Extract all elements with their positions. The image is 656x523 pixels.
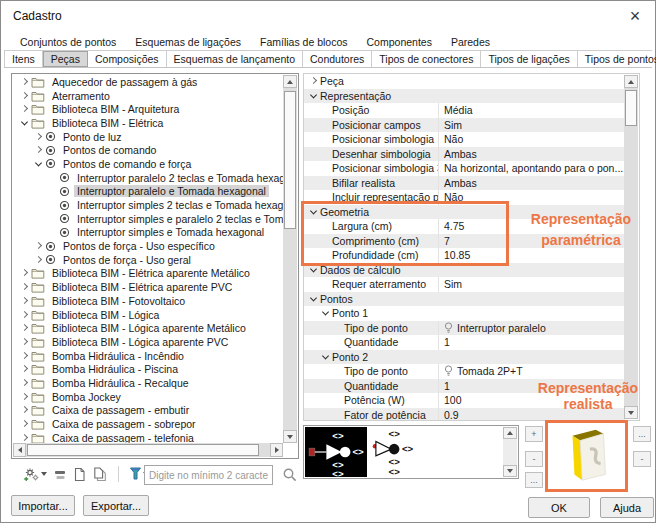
grid-chevron-icon[interactable] bbox=[320, 161, 332, 176]
grid-row-tipo-de-ponto[interactable]: Tipo de ponto Tomada 2P+T bbox=[304, 364, 625, 379]
grid-row-posicionar-simbologia-3d[interactable]: Posicionar simbologia 3D Na horizontal, … bbox=[304, 161, 625, 176]
tab-tipos-de-pontos[interactable]: Tipos de pontos bbox=[578, 51, 656, 67]
tree-chevron-icon[interactable] bbox=[47, 226, 59, 240]
tree-item-caixa-de-passagem-sobrepor[interactable]: Caixa de passagem - sobrepor bbox=[13, 417, 283, 431]
tree-item-aquecedor-de-passagem-a-gas[interactable]: Aquecedor de passagem à gás bbox=[13, 75, 283, 89]
tree-item-label[interactable]: Pontos de força - Uso específico bbox=[60, 240, 218, 252]
grid-chevron-icon[interactable] bbox=[320, 118, 332, 133]
tree-item-caixa-de-passagem-telefonia[interactable]: Caixa de passagem - telefonia bbox=[13, 431, 283, 443]
tree-chevron-icon[interactable] bbox=[33, 239, 45, 253]
grid-value-cell[interactable]: Média bbox=[438, 103, 625, 118]
tree-item-interruptor-simples-e-paralelo-2-teclas-e-tomada-hex[interactable]: Interruptor simples e paralelo 2 teclas … bbox=[13, 212, 283, 226]
grid-value-cell[interactable]: Ambas bbox=[438, 176, 625, 191]
grid-name-cell[interactable]: Potência (W) bbox=[304, 393, 438, 408]
grid-value-cell[interactable] bbox=[438, 306, 625, 321]
search-icon[interactable] bbox=[282, 467, 298, 483]
scroll-right-button[interactable] bbox=[270, 443, 283, 457]
grid-row-posicionar-simbologia[interactable]: Posicionar simbologia Não bbox=[304, 132, 625, 147]
tree-item-pontos-de-comando-e-forca[interactable]: Pontos de comando e força bbox=[13, 157, 283, 171]
symbol-scrollbar[interactable] bbox=[503, 427, 517, 477]
tree-vertical-scrollbar[interactable] bbox=[283, 75, 297, 443]
importar-button[interactable]: Importar... bbox=[11, 495, 75, 516]
tree-item-caixa-de-passagem-embutir[interactable]: Caixa de passagem - embutir bbox=[13, 404, 283, 418]
tree-chevron-icon[interactable] bbox=[47, 212, 59, 226]
grid-row-representacao[interactable]: Representação bbox=[304, 89, 625, 104]
grid-value-cell[interactable] bbox=[438, 74, 625, 89]
symbol-thumb[interactable]: <> <> <> <> bbox=[368, 427, 452, 477]
grid-name-cell[interactable]: Requer aterramento bbox=[304, 277, 438, 292]
tree-item-biblioteca-bim-logica-aparente-metalico[interactable]: Biblioteca BIM - Lógica aparente Metálic… bbox=[13, 321, 283, 335]
symbol-more-button[interactable]: ... bbox=[525, 472, 543, 488]
tree-item-label[interactable]: Caixa de passagem - sobrepor bbox=[49, 418, 199, 430]
grid-chevron-icon[interactable] bbox=[332, 408, 344, 421]
grid-value-cell[interactable]: Sim bbox=[438, 277, 625, 292]
tree-item-label[interactable]: Biblioteca BIM - Lógica aparente Metálic… bbox=[49, 322, 249, 334]
grid-chevron-icon[interactable] bbox=[320, 277, 332, 292]
grid-value-cell[interactable]: Sim bbox=[438, 118, 625, 133]
tree-chevron-icon[interactable] bbox=[47, 198, 59, 212]
grid-name-cell[interactable]: Tipo de ponto bbox=[304, 321, 438, 336]
tree-chevron-icon[interactable] bbox=[19, 390, 31, 404]
tree-item-label[interactable]: Pontos de força - Uso geral bbox=[60, 254, 194, 266]
tree-item-interruptor-simples-e-tomada-hexagonal[interactable]: Interruptor simples e Tomada hexagonal bbox=[13, 226, 283, 240]
tab-condutores[interactable]: Condutores bbox=[303, 51, 372, 67]
tree-chevron-icon[interactable] bbox=[19, 431, 31, 443]
scroll-thumb[interactable] bbox=[625, 90, 637, 126]
tab-composicoes[interactable]: Composições bbox=[88, 51, 167, 67]
scroll-up-button[interactable] bbox=[624, 75, 638, 88]
grid-name-cell[interactable]: Representação bbox=[304, 89, 438, 104]
grid-chevron-icon[interactable] bbox=[320, 176, 332, 191]
scroll-up-button[interactable] bbox=[503, 427, 517, 439]
grid-value-cell[interactable]: Na horizontal, apontando para o pon... bbox=[438, 161, 625, 176]
scroll-left-button[interactable] bbox=[13, 443, 26, 457]
ajuda-button[interactable]: Ajuda bbox=[600, 497, 654, 518]
tree-item-interruptor-paralelo-2-teclas-e-tomada-hexagonal[interactable]: Interruptor paralelo 2 teclas e Tomada h… bbox=[13, 171, 283, 185]
tree-item-label[interactable]: Biblioteca BIM - Lógica aparente PVC bbox=[49, 336, 231, 348]
grid-chevron-icon[interactable] bbox=[332, 364, 344, 379]
tree-chevron-icon[interactable] bbox=[19, 102, 31, 116]
grid-chevron-icon[interactable] bbox=[320, 147, 332, 162]
tab-paredes[interactable]: Paredes bbox=[451, 36, 490, 48]
tree-chevron-icon[interactable] bbox=[19, 75, 31, 89]
tree-item-label[interactable]: Biblioteca BIM - Fotovoltaico bbox=[49, 295, 188, 307]
tab-tipos-de-ligacoes[interactable]: Tipos de ligações bbox=[481, 51, 577, 67]
tree-chevron-icon[interactable] bbox=[19, 362, 31, 376]
tab-conjuntos-de-pontos[interactable]: Conjuntos de pontos bbox=[20, 36, 116, 48]
tree-item-pontos-de-comando[interactable]: Pontos de comando bbox=[13, 143, 283, 157]
tab-tipos-de-conectores[interactable]: Tipos de conectores bbox=[372, 51, 481, 67]
paste-icon[interactable] bbox=[93, 467, 108, 482]
copy-icon[interactable] bbox=[73, 467, 86, 482]
remove-part-icon[interactable] bbox=[54, 468, 66, 481]
grid-value-cell[interactable] bbox=[438, 292, 625, 307]
tree-chevron-icon[interactable] bbox=[47, 171, 59, 185]
grid-row-desenhar-simbologia[interactable]: Desenhar simbologia Ambas bbox=[304, 147, 625, 162]
tree-item-label[interactable]: Biblioteca BIM - Lógica bbox=[49, 309, 162, 321]
tree-chevron-icon[interactable] bbox=[33, 130, 45, 144]
grid-name-cell[interactable]: Posicionar campos bbox=[304, 118, 438, 133]
scroll-thumb[interactable] bbox=[284, 91, 296, 229]
tree-item-label[interactable]: Pontos de comando bbox=[60, 144, 159, 156]
tree-item-label[interactable]: Caixa de passagem - embutir bbox=[49, 404, 192, 416]
grid-name-cell[interactable]: Quantidade bbox=[304, 379, 438, 394]
scroll-down-button[interactable] bbox=[283, 430, 297, 443]
ok-button[interactable]: OK bbox=[528, 497, 590, 518]
tree-item-label[interactable]: Aquecedor de passagem à gás bbox=[49, 76, 200, 88]
tree-item-label[interactable]: Bomba Hidráulica - Incêndio bbox=[49, 350, 187, 362]
tree-item-label[interactable]: Pontos de comando e força bbox=[60, 158, 194, 170]
tree-item-biblioteca-bim-fotovoltaico[interactable]: Biblioteca BIM - Fotovoltaico bbox=[13, 294, 283, 308]
tree-item-label[interactable]: Interruptor paralelo e Tomada hexagonal bbox=[74, 185, 269, 197]
grid-chevron-icon[interactable] bbox=[332, 321, 344, 336]
tree-item-pontos-de-forca-uso-geral[interactable]: Pontos de força - Uso geral bbox=[13, 253, 283, 267]
tree-item-biblioteca-bim-eletrica-aparente-pvc[interactable]: Biblioteca BIM - Elétrica aparente PVC bbox=[13, 280, 283, 294]
grid-row-ponto-1[interactable]: Ponto 1 bbox=[304, 306, 625, 321]
tree-chevron-icon[interactable] bbox=[19, 267, 31, 281]
tree-item-label[interactable]: Aterramento bbox=[49, 90, 113, 102]
tree-item-ponto-de-luz[interactable]: Ponto de luz bbox=[13, 130, 283, 144]
tree-item-interruptor-simples-2-teclas-e-tomada-hexagonal[interactable]: Interruptor simples 2 teclas e Tomada he… bbox=[13, 198, 283, 212]
tree-item-pontos-de-forca-uso-especifico[interactable]: Pontos de força - Uso específico bbox=[13, 239, 283, 253]
tree-chevron-icon[interactable] bbox=[19, 349, 31, 363]
tree-chevron-icon[interactable] bbox=[19, 404, 31, 418]
grid-name-cell[interactable]: Peça bbox=[304, 74, 438, 89]
tree-chevron-icon[interactable] bbox=[19, 89, 31, 103]
grid-chevron-icon[interactable] bbox=[308, 89, 320, 104]
